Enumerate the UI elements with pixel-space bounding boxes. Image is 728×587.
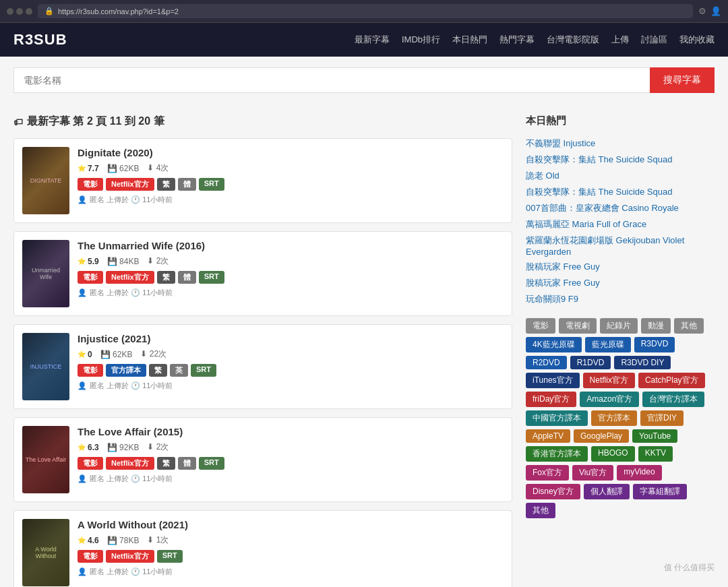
uploader-3: 匿名 上傳於 🕐 11小時前 — [78, 381, 504, 391]
tag-movie-1[interactable]: 電影 — [78, 178, 103, 191]
cloud-tag-itunes[interactable]: iTunes官方 — [526, 373, 580, 388]
hot-item-2[interactable]: 詭老 Old — [526, 168, 715, 184]
cloud-tag-r3dvd-diy[interactable]: R3DVD DIY — [614, 356, 671, 369]
nav-popular-subtitles[interactable]: 熱門字幕 — [499, 34, 535, 46]
tag-srt-4[interactable]: SRT — [199, 457, 224, 470]
movie-title-2[interactable]: The Unmarried Wife (2016) — [78, 240, 504, 251]
cloud-tag-tv[interactable]: 電視劇 — [559, 318, 597, 334]
nav-forum[interactable]: 討論區 — [641, 34, 667, 46]
hot-item-5[interactable]: 萬福瑪麗亞 Maria Full of Grace — [526, 216, 715, 233]
cloud-tag-hk-official[interactable]: 香港官方譯本 — [526, 446, 588, 462]
hot-item-7[interactable]: 脫稿玩家 Free Guy — [526, 259, 715, 275]
cloud-tag-other1[interactable]: 其他 — [674, 318, 704, 334]
cloud-tag-disney[interactable]: Disney官方 — [526, 484, 580, 499]
tag-movie-3[interactable]: 電影 — [78, 364, 103, 377]
main-content: 最新字幕 第 2 頁 11 到 20 筆 DIGNITATE Dignitate… — [0, 104, 728, 587]
site-logo[interactable]: R3SUB — [13, 31, 67, 49]
hot-item-1[interactable]: 自殺突擊隊：集結 The Suicide Squad — [526, 152, 715, 168]
hot-item-0[interactable]: 不義聯盟 Injustice — [526, 135, 715, 152]
cloud-tag-official-diy[interactable]: 官譯DIY — [640, 410, 684, 426]
tags-3: 電影 官方譯本 繁 英 SRT — [78, 364, 504, 377]
cloud-tag-catchplay[interactable]: CatchPlay官方 — [638, 373, 705, 388]
tag-netflix-1[interactable]: Netflix官方 — [106, 178, 154, 191]
tag-trad2-2[interactable]: 體 — [178, 271, 196, 284]
sidebar-title: 本日熱門 — [526, 115, 715, 127]
cloud-tag-anime[interactable]: 動漫 — [641, 318, 671, 334]
tag-srt-1[interactable]: SRT — [199, 178, 224, 191]
cloud-tag-group[interactable]: 字幕組翻譯 — [633, 484, 687, 499]
nav-today-hot[interactable]: 本日熱門 — [452, 34, 487, 46]
cloud-tag-r3dvd[interactable]: R3DVD — [634, 337, 675, 352]
tag-movie-5[interactable]: 電影 — [78, 550, 103, 563]
cloud-tag-r1dvd[interactable]: R1DVD — [570, 356, 611, 369]
tag-trad-1[interactable]: 繁 — [157, 178, 175, 191]
movie-card-4[interactable]: The Love Affair The Love Affair (2015) 6… — [13, 417, 512, 502]
movie-title-5[interactable]: A World Without (2021) — [78, 519, 504, 530]
cloud-tag-amazon[interactable]: Amazon官方 — [580, 392, 639, 407]
nav-imdb-ranking[interactable]: IMDb排行 — [402, 34, 440, 46]
movie-card-1[interactable]: DIGNITATE Dignitate (2020) 7.7 62KB 4次 電… — [13, 138, 512, 223]
hot-item-3[interactable]: 自殺突擊隊：集結 The Suicide Squad — [526, 184, 715, 200]
tag-official-3[interactable]: 官方譯本 — [106, 364, 146, 377]
cloud-tag-myvideo[interactable]: myVideo — [617, 465, 661, 481]
downloads-2: 2次 — [147, 255, 169, 267]
hot-item-9[interactable]: 玩命關頭9 F9 — [526, 291, 715, 307]
tag-netflix-2[interactable]: Netflix官方 — [106, 271, 154, 284]
movie-card-3[interactable]: INJUSTICE Injustice (2021) 0 62KB 22次 電影… — [13, 324, 512, 409]
hot-item-6[interactable]: 紫羅蘭永恆花園劇場版 Gekijouban Violet Evergarden — [526, 233, 715, 259]
cloud-tag-appletv[interactable]: AppleTV — [526, 429, 570, 443]
cloud-tag-bluray[interactable]: 藍光原碟 — [585, 337, 631, 352]
tag-srt-5[interactable]: SRT — [157, 550, 183, 563]
tag-trad-3[interactable]: 繁 — [149, 364, 167, 377]
movie-title-1[interactable]: Dignitate (2020) — [78, 147, 504, 158]
movie-card-5[interactable]: A World Without A World Without (2021) 4… — [13, 510, 512, 587]
tag-movie-4[interactable]: 電影 — [78, 457, 103, 470]
cloud-tag-official[interactable]: 官方譯本 — [591, 410, 637, 426]
hot-item-8[interactable]: 脫稿玩家 Free Guy — [526, 275, 715, 291]
cloud-tag-other2[interactable]: 其他 — [526, 503, 555, 518]
cloud-tag-friday[interactable]: friDay官方 — [526, 392, 576, 407]
cloud-tag-kktv[interactable]: KKTV — [638, 446, 673, 462]
cloud-tag-cn-official[interactable]: 中國官方譯本 — [526, 410, 588, 426]
search-button[interactable]: 搜尋字幕 — [650, 67, 715, 93]
search-input[interactable] — [13, 67, 650, 93]
cloud-tag-tw-official[interactable]: 台灣官方譯本 — [642, 392, 704, 407]
url-bar[interactable]: 🔒 https://r3sub.com/nav.php?id=1&p=2 — [38, 4, 693, 18]
cloud-tag-fox[interactable]: Fox官方 — [526, 465, 569, 481]
rating-5: 4.6 — [78, 536, 99, 545]
cloud-tag-youtube[interactable]: YouTube — [632, 429, 677, 443]
rating-2: 5.9 — [78, 257, 99, 266]
cloud-tag-doc[interactable]: 紀錄片 — [600, 318, 638, 334]
cloud-tag-googleplay[interactable]: GooglePlay — [574, 429, 629, 443]
cloud-tag-netflix[interactable]: Netflix官方 — [583, 373, 635, 388]
nav-taiwan-cinema[interactable]: 台灣電影院版 — [547, 34, 599, 46]
movie-title-4[interactable]: The Love Affair (2015) — [78, 426, 504, 437]
cloud-tag-personal[interactable]: 個人翻譯 — [584, 484, 630, 499]
tag-netflix-5[interactable]: Netflix官方 — [106, 550, 154, 563]
tag-en-3[interactable]: 英 — [170, 364, 188, 377]
cloud-tag-movie[interactable]: 電影 — [526, 318, 555, 334]
tag-movie-2[interactable]: 電影 — [78, 271, 103, 284]
tag-trad2-1[interactable]: 體 — [178, 178, 196, 191]
movie-card-2[interactable]: Unmarried Wife The Unmarried Wife (2016)… — [13, 231, 512, 316]
hot-item-4[interactable]: 007首部曲：皇家夜總會 Casino Royale — [526, 200, 715, 216]
tag-netflix-4[interactable]: Netflix官方 — [106, 457, 154, 470]
movie-title-3[interactable]: Injustice (2021) — [78, 333, 504, 344]
downloads-5: 1次 — [147, 534, 169, 546]
cloud-tag-hbogo[interactable]: HBOGO — [591, 446, 635, 462]
nav-latest-subtitles[interactable]: 最新字幕 — [355, 34, 390, 46]
cloud-tag-viu[interactable]: Viu官方 — [572, 465, 613, 481]
tag-trad2-4[interactable]: 體 — [178, 457, 196, 470]
movie-info-5: A World Without (2021) 4.6 78KB 1次 電影 Ne… — [78, 519, 504, 586]
nav-upload[interactable]: 上傳 — [611, 34, 629, 46]
tag-srt-3[interactable]: SRT — [191, 364, 216, 377]
filesize-2: 84KB — [107, 257, 140, 266]
tag-trad-2[interactable]: 繁 — [157, 271, 175, 284]
cloud-tag-4k[interactable]: 4K藍光原碟 — [526, 337, 582, 352]
tag-srt-2[interactable]: SRT — [199, 271, 224, 284]
nav-my-collection[interactable]: 我的收藏 — [679, 34, 715, 46]
cloud-tag-r2dvd[interactable]: R2DVD — [526, 356, 567, 369]
rating-4: 6.3 — [78, 443, 99, 452]
movie-info-4: The Love Affair (2015) 6.3 92KB 2次 電影 Ne… — [78, 426, 504, 493]
tag-trad-4[interactable]: 繁 — [157, 457, 175, 470]
